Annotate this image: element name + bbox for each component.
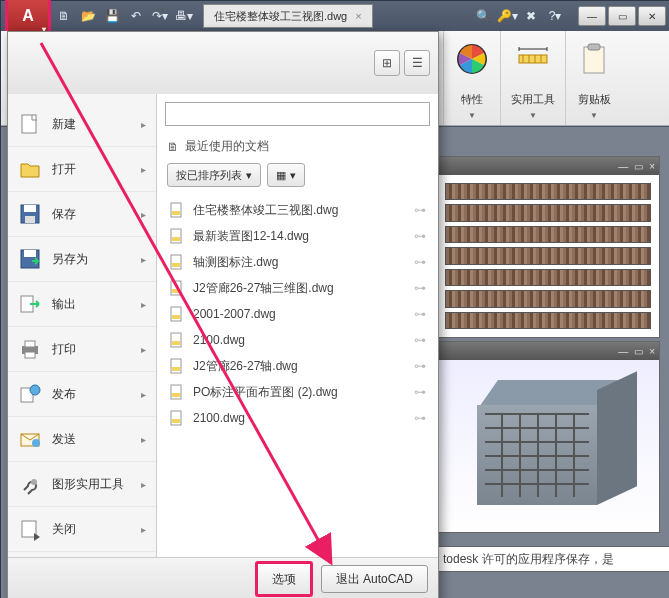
maximize-icon[interactable]: ▭ — [634, 161, 643, 172]
recent-sort-bar: 按已排序列表 ▾ ▦ ▾ — [157, 159, 438, 195]
options-button[interactable]: 选项 — [255, 561, 313, 597]
pin-icon[interactable]: ⊶ — [414, 229, 426, 243]
pin-icon[interactable]: ⊶ — [414, 255, 426, 269]
svg-rect-38 — [172, 341, 180, 345]
close-icon[interactable]: × — [355, 10, 361, 22]
dwgutil-icon — [18, 472, 42, 496]
dwg-file-icon — [169, 202, 185, 218]
dwg-file-icon — [169, 410, 185, 426]
menu-item-label: 保存 — [52, 206, 76, 223]
save-icon — [18, 202, 42, 226]
maximize-button[interactable]: ▭ — [608, 6, 636, 26]
svg-rect-34 — [172, 289, 180, 293]
exchange-icon[interactable]: ✖ — [520, 5, 542, 27]
svg-rect-20 — [25, 352, 35, 358]
menu-item-save[interactable]: 保存▸ — [8, 192, 156, 237]
measure-icon — [515, 41, 551, 77]
recent-file-item[interactable]: 最新装置图12-14.dwg⊶ — [163, 223, 432, 249]
menu-item-close[interactable]: 关闭▸ — [8, 507, 156, 552]
recent-file-item[interactable]: 住宅楼整体竣工三视图.dwg⊶ — [163, 197, 432, 223]
help-icon[interactable]: ?▾ — [544, 5, 566, 27]
key-icon[interactable]: 🔑▾ — [496, 5, 518, 27]
close-icon[interactable]: × — [649, 346, 655, 357]
menu-item-publish[interactable]: 发布▸ — [8, 372, 156, 417]
menu-item-saveas[interactable]: 另存为▸ — [8, 237, 156, 282]
menu-item-open[interactable]: 打开▸ — [8, 147, 156, 192]
menu-item-print[interactable]: 打印▸ — [8, 327, 156, 372]
ribbon-panel-clipboard[interactable]: 剪贴板▼ — [565, 31, 622, 125]
application-menu: ⊞ ☰ 新建▸打开▸保存▸另存为▸输出▸打印▸发布▸发送▸图形实用工具▸关闭▸ … — [7, 31, 439, 598]
pin-icon[interactable]: ⊶ — [414, 385, 426, 399]
clipboard-icon — [576, 41, 612, 77]
menu-item-send[interactable]: 发送▸ — [8, 417, 156, 462]
close-icon[interactable]: × — [649, 161, 655, 172]
chevron-right-icon: ▸ — [141, 119, 146, 130]
menu-item-new[interactable]: 新建▸ — [8, 102, 156, 147]
panel-label: 特性 — [461, 91, 483, 107]
qat-open-icon[interactable]: 📂 — [77, 5, 99, 27]
pin-icon[interactable]: ⊶ — [414, 359, 426, 373]
chevron-down-icon: ▼ — [529, 111, 537, 120]
recent-files-list: 住宅楼整体竣工三视图.dwg⊶最新装置图12-14.dwg⊶轴测图标注.dwg⊶… — [157, 195, 438, 557]
maximize-icon[interactable]: ▭ — [634, 346, 643, 357]
svg-rect-36 — [172, 315, 180, 319]
binoculars-icon[interactable]: 🔍 — [472, 5, 494, 27]
preview-window-2: — ▭ × — [436, 341, 660, 533]
document-tab[interactable]: 住宅楼整体竣工三视图.dwg × — [203, 4, 373, 28]
large-icons-button[interactable]: ☰ — [404, 50, 430, 76]
qat-new-icon[interactable]: 🗎 — [53, 5, 75, 27]
svg-point-22 — [30, 385, 40, 395]
ribbon-panel-properties[interactable]: 特性▼ — [443, 31, 500, 125]
exit-button[interactable]: 退出 AutoCAD — [321, 565, 428, 593]
search-input[interactable] — [165, 102, 430, 126]
dwg-file-icon — [169, 306, 185, 322]
document-tab-label: 住宅楼整体竣工三视图.dwg — [214, 9, 347, 24]
pin-icon[interactable]: ⊶ — [414, 307, 426, 321]
sort-dropdown[interactable]: 按已排序列表 ▾ — [167, 163, 261, 187]
ribbon-panel-utilities[interactable]: 实用工具▼ — [500, 31, 565, 125]
pin-icon[interactable]: ⊶ — [414, 203, 426, 217]
minimize-icon[interactable]: — — [618, 161, 628, 172]
close-button[interactable]: ✕ — [638, 6, 666, 26]
grid-icon: ▦ — [276, 169, 286, 182]
pin-icon[interactable]: ⊶ — [414, 333, 426, 347]
qat-print-icon[interactable]: 🖶▾ — [173, 5, 195, 27]
help-search-area: 🔍 🔑▾ ✖ ?▾ — [472, 5, 570, 27]
qat-save-icon[interactable]: 💾 — [101, 5, 123, 27]
view-mode-dropdown[interactable]: ▦ ▾ — [267, 163, 305, 187]
app-logo-icon: A — [22, 7, 34, 25]
svg-rect-30 — [172, 237, 180, 241]
menu-item-label: 图形实用工具 — [52, 476, 124, 493]
small-icons-button[interactable]: ⊞ — [374, 50, 400, 76]
recent-file-item[interactable]: 轴测图标注.dwg⊶ — [163, 249, 432, 275]
minimize-icon[interactable]: — — [618, 346, 628, 357]
app-menu-footer: 选项 退出 AutoCAD — [8, 557, 438, 598]
dwg-file-icon — [169, 280, 185, 296]
svg-rect-13 — [24, 205, 36, 212]
recent-file-item[interactable]: J2管廊26-27轴三维图.dwg⊶ — [163, 275, 432, 301]
menu-item-dwgutil[interactable]: 图形实用工具▸ — [8, 462, 156, 507]
menu-item-label: 发送 — [52, 431, 76, 448]
recent-file-item[interactable]: 2100.dwg⊶ — [163, 405, 432, 431]
isometric-preview — [437, 360, 659, 532]
pin-icon[interactable]: ⊶ — [414, 281, 426, 295]
recent-file-item[interactable]: 2001-2007.dwg⊶ — [163, 301, 432, 327]
recent-file-item[interactable]: 2100.dwg⊶ — [163, 327, 432, 353]
recent-file-item[interactable]: J2管廊26-27轴.dwg⊶ — [163, 353, 432, 379]
minimize-button[interactable]: — — [578, 6, 606, 26]
preview-titlebar: — ▭ × — [437, 157, 659, 175]
recent-file-item[interactable]: PO标注平面布置图 (2).dwg⊶ — [163, 379, 432, 405]
menu-item-label: 打开 — [52, 161, 76, 178]
chevron-right-icon: ▸ — [141, 164, 146, 175]
qat-redo-icon[interactable]: ↷▾ — [149, 5, 171, 27]
saveas-icon — [18, 247, 42, 271]
export-icon — [18, 292, 42, 316]
qat-undo-icon[interactable]: ↶ — [125, 5, 147, 27]
pin-icon[interactable]: ⊶ — [414, 411, 426, 425]
publish-icon — [18, 382, 42, 406]
menu-item-export[interactable]: 输出▸ — [8, 282, 156, 327]
chevron-down-icon: ▾ — [290, 169, 296, 182]
menu-item-label: 新建 — [52, 116, 76, 133]
svg-rect-28 — [172, 211, 180, 215]
file-name: 轴测图标注.dwg — [193, 254, 406, 271]
